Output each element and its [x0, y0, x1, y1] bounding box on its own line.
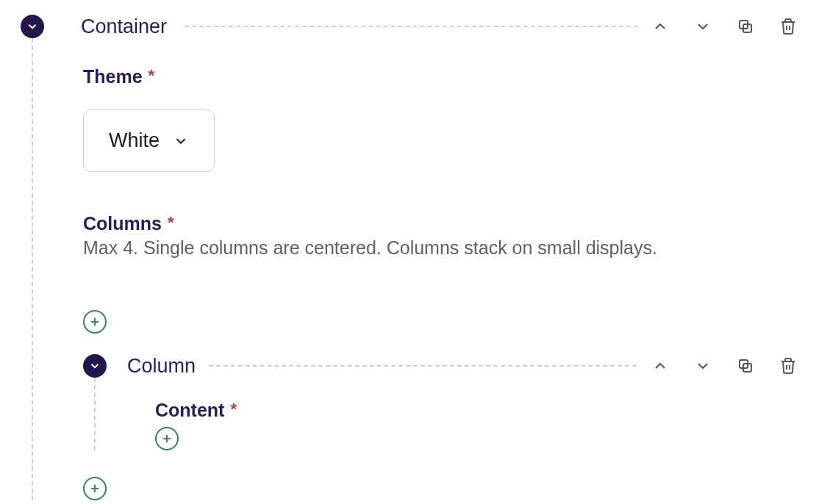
container-title: Container — [81, 15, 167, 38]
chevron-down-icon — [26, 20, 39, 33]
duplicate-button[interactable] — [735, 356, 756, 376]
content-label: Content * — [155, 400, 237, 421]
plus-icon — [160, 432, 174, 445]
delete-button[interactable] — [778, 356, 798, 376]
tree-guide — [94, 378, 96, 450]
theme-label: Theme * — [83, 66, 798, 87]
theme-select[interactable]: White — [83, 109, 215, 172]
trash-icon — [779, 357, 797, 375]
plus-icon — [88, 482, 101, 495]
duplicate-button[interactable] — [735, 16, 756, 37]
container-header: Container — [21, 15, 798, 38]
theme-selected-value: White — [109, 129, 160, 152]
add-column-button[interactable] — [83, 310, 107, 334]
container-collapse-button[interactable] — [21, 15, 44, 38]
plus-icon — [88, 315, 101, 328]
chevron-up-icon — [651, 357, 669, 375]
column-title: Column — [127, 355, 196, 378]
add-column-button[interactable] — [83, 477, 107, 500]
divider — [209, 365, 637, 367]
move-up-button[interactable] — [650, 16, 670, 37]
column-collapse-button[interactable] — [83, 354, 107, 378]
required-indicator: * — [149, 66, 155, 85]
trash-icon — [779, 18, 797, 35]
columns-help-text: Max 4. Single columns are centered. Colu… — [83, 237, 798, 259]
chevron-up-icon — [651, 18, 669, 35]
required-indicator: * — [168, 213, 174, 232]
delete-button[interactable] — [778, 16, 798, 37]
chevron-down-icon — [694, 18, 712, 35]
add-content-button[interactable] — [155, 427, 179, 450]
column-header: Column — [83, 354, 798, 378]
chevron-down-icon — [88, 359, 101, 372]
copy-icon — [737, 18, 754, 35]
divider — [185, 26, 638, 27]
chevron-down-icon — [694, 357, 712, 375]
chevron-down-icon — [173, 133, 189, 149]
required-indicator: * — [230, 400, 237, 419]
columns-label: Columns * — [83, 213, 798, 234]
move-up-button[interactable] — [650, 356, 670, 376]
move-down-button[interactable] — [693, 16, 713, 37]
tree-guide — [32, 38, 33, 500]
copy-icon — [737, 357, 754, 375]
move-down-button[interactable] — [693, 356, 713, 376]
